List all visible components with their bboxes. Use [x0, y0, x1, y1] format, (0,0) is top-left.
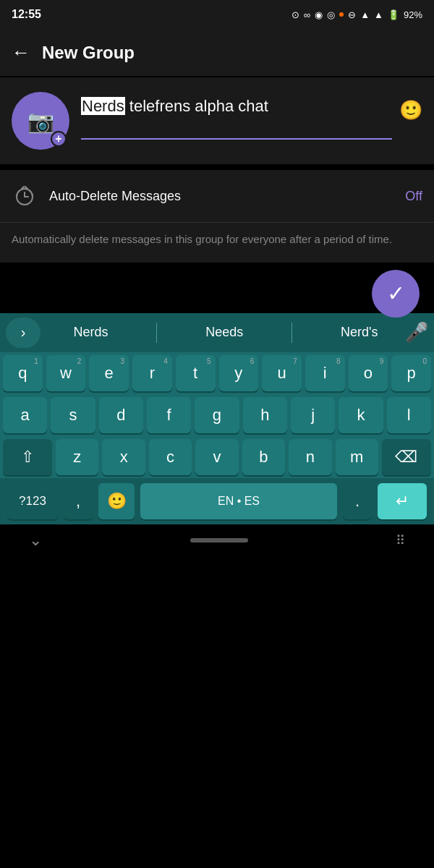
backspace-key[interactable]: ⌫ — [382, 439, 431, 475]
suggestion-divider-2 — [292, 323, 292, 343]
key-label-e: e — [105, 364, 114, 383]
voicemail-icon: ∞ — [304, 9, 310, 20]
space-label: EN • ES — [218, 495, 260, 508]
minus-icon: ⊖ — [348, 9, 356, 20]
key-w[interactable]: 2 w — [46, 355, 86, 391]
mic-icon[interactable]: 🎤 — [405, 321, 428, 344]
key-num-2: 2 — [77, 357, 82, 365]
comma-label: , — [76, 492, 80, 511]
key-s[interactable]: s — [51, 397, 95, 433]
key-j[interactable]: j — [291, 397, 335, 433]
nav-bar: ⌄ ⠿ — [0, 524, 434, 556]
key-z[interactable]: z — [56, 439, 98, 475]
key-u[interactable]: 7 u — [262, 355, 302, 391]
key-label-f: f — [167, 406, 171, 425]
emoji-button[interactable]: 🙂 — [399, 99, 422, 122]
key-label-p: p — [407, 364, 416, 383]
key-m[interactable]: m — [336, 439, 378, 475]
suggestion-needs[interactable]: Needs — [200, 322, 249, 343]
key-row-3: ⇧ z x c v b n m ⌫ — [0, 436, 434, 478]
nav-grid-icon[interactable]: ⠿ — [396, 532, 405, 548]
key-num-5: 5 — [207, 357, 211, 365]
key-q[interactable]: 1 q — [3, 355, 43, 391]
key-label-s: s — [69, 406, 77, 425]
shift-icon: ⇧ — [21, 448, 34, 467]
key-p[interactable]: 0 p — [391, 355, 431, 391]
key-i[interactable]: 8 i — [305, 355, 345, 391]
emoji-keyboard-key[interactable]: 🙂 — [98, 483, 135, 519]
key-label-t: t — [193, 364, 197, 383]
key-label-m: m — [350, 448, 363, 467]
group-info-section: 📷 + Nerds telefrens alpha chat 🙂 — [0, 77, 434, 164]
backspace-icon: ⌫ — [395, 448, 417, 467]
signal-icon: ▲ — [374, 9, 383, 20]
enter-key[interactable]: ↵ — [378, 483, 427, 519]
key-f[interactable]: f — [147, 397, 191, 433]
auto-delete-row[interactable]: Auto-Delete Messages Off — [0, 170, 434, 223]
key-label-i: i — [323, 364, 327, 383]
key-g[interactable]: g — [195, 397, 239, 433]
key-d[interactable]: d — [99, 397, 143, 433]
status-bar: 12:55 ⊙ ∞ ◉ ◎ ⊖ ▲ ▲ 🔋 92% — [0, 0, 434, 29]
group-avatar[interactable]: 📷 + — [12, 92, 69, 150]
auto-delete-section: Auto-Delete Messages Off Automatically d… — [0, 170, 434, 263]
suggestion-bar: › Nerds Needs Nerd's 🎤 — [0, 313, 434, 352]
group-name-text[interactable]: Nerds telefrens alpha chat — [81, 96, 392, 140]
key-label-z: z — [73, 448, 81, 467]
key-label-q: q — [18, 364, 27, 383]
key-label-b: b — [259, 448, 268, 467]
status-time: 12:55 — [12, 8, 41, 21]
key-num-3: 3 — [121, 357, 125, 365]
group-name-input-area[interactable]: Nerds telefrens alpha chat — [81, 96, 392, 140]
suggestion-nerds-apos[interactable]: Nerd's — [335, 322, 383, 343]
suggestion-nerds[interactable]: Nerds — [67, 322, 114, 343]
key-a[interactable]: a — [3, 397, 47, 433]
cursor-text: Nerds — [81, 97, 125, 115]
check-icon: ✓ — [387, 281, 405, 306]
key-num-8: 8 — [336, 357, 341, 365]
key-y[interactable]: 6 y — [219, 355, 259, 391]
key-label-u: u — [277, 364, 286, 383]
keyboard-bottom-row: ?123 , 🙂 EN • ES . ↵ — [0, 478, 434, 524]
key-r[interactable]: 4 r — [132, 355, 172, 391]
suggestion-divider-1 — [156, 323, 157, 343]
key-label-c: c — [166, 448, 174, 467]
confirm-fab[interactable]: ✓ — [372, 270, 420, 318]
key-b[interactable]: b — [242, 439, 285, 475]
symbols-label: ?123 — [19, 494, 46, 509]
space-key[interactable]: EN • ES — [140, 483, 337, 519]
key-o[interactable]: 9 o — [349, 355, 388, 391]
period-key[interactable]: . — [343, 483, 372, 519]
comma-key[interactable]: , — [64, 483, 93, 519]
auto-delete-label: Auto-Delete Messages — [49, 189, 393, 204]
key-label-l: l — [407, 406, 411, 425]
chevron-right-icon: › — [21, 324, 26, 341]
key-t[interactable]: 5 t — [176, 355, 216, 391]
symbols-key[interactable]: ?123 — [7, 483, 58, 519]
key-e[interactable]: 3 e — [89, 355, 129, 391]
plus-badge: + — [51, 131, 67, 147]
status-icons: ⊙ ∞ ◉ ◎ ⊖ ▲ ▲ 🔋 92% — [292, 9, 422, 20]
shift-key[interactable]: ⇧ — [3, 439, 52, 475]
enter-icon: ↵ — [396, 492, 409, 511]
nav-chevron-icon[interactable]: ⌄ — [29, 531, 42, 550]
key-label-v: v — [213, 448, 221, 467]
back-button[interactable]: ← — [12, 41, 30, 64]
key-k[interactable]: k — [339, 397, 383, 433]
key-c[interactable]: c — [149, 439, 192, 475]
key-num-7: 7 — [293, 357, 297, 365]
key-v[interactable]: v — [195, 439, 238, 475]
key-l[interactable]: l — [387, 397, 431, 433]
emoji-keyboard-icon: 🙂 — [107, 492, 127, 511]
key-h[interactable]: h — [243, 397, 287, 433]
suggestions-list: Nerds Needs Nerd's — [46, 322, 405, 343]
key-x[interactable]: x — [102, 439, 145, 475]
key-n[interactable]: n — [289, 439, 331, 475]
key-label-w: w — [60, 364, 72, 383]
key-label-g: g — [213, 406, 221, 425]
expand-suggestions-button[interactable]: › — [6, 318, 41, 348]
auto-delete-description: Automatically delete messages in this gr… — [0, 223, 434, 263]
key-num-9: 9 — [380, 357, 384, 365]
key-label-k: k — [357, 406, 365, 425]
camera-status-icon: ⊙ — [292, 9, 299, 20]
